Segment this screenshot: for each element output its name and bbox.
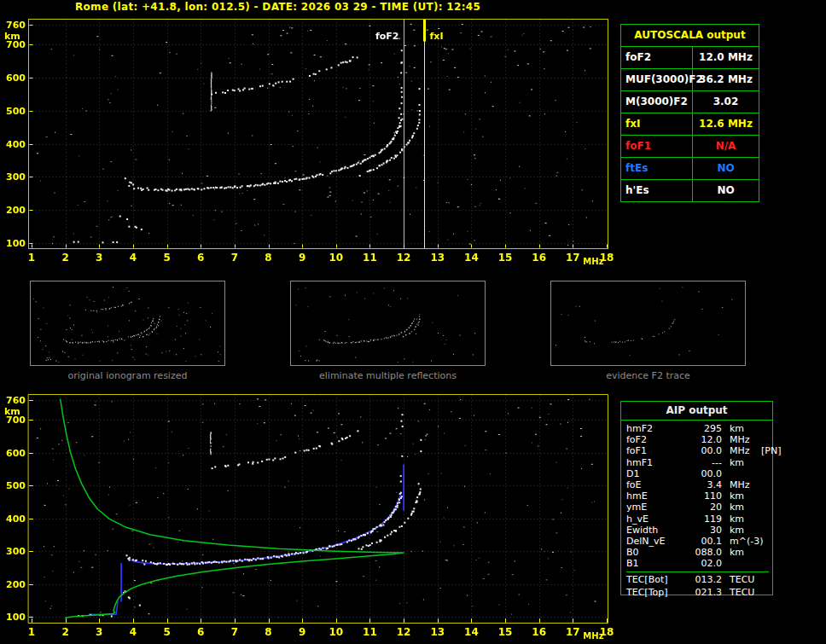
autoscala-row-label: h'Es — [621, 180, 693, 201]
aip-value: 013.2 — [686, 574, 722, 587]
autoscala-row-label: ftEs — [621, 158, 693, 179]
aip-label: foF2 — [626, 434, 686, 445]
thumb-eliminate-caption: eliminate multiple reflections — [290, 370, 486, 381]
aip-row-foF1: foF100.0MHz[PN] — [626, 445, 769, 456]
aip-extra — [761, 457, 769, 468]
autoscala-row-label: foF2 — [621, 47, 693, 68]
thumb-eliminate-reflections — [290, 281, 486, 366]
aip-extra — [761, 479, 769, 490]
thumb-original-ionogram — [30, 281, 225, 366]
aip-extra — [761, 574, 769, 587]
thumb-eliminate-canvas — [291, 281, 485, 365]
aip-row-Ewidth: Ewidth30km — [626, 525, 769, 536]
aip-row-hmF1: hmF1---km — [626, 457, 769, 468]
aip-extra — [761, 547, 769, 558]
aip-row-h_vE: h_vE119km — [626, 513, 769, 525]
aip-table-title: AIP output — [621, 402, 772, 421]
aip-extra — [761, 490, 769, 502]
aip-extra — [761, 502, 769, 513]
autoscala-row-label: M(3000)F2 — [621, 91, 693, 113]
autoscala-row-label: MUF(3000)F2 — [621, 69, 693, 90]
aip-unit: MHz — [722, 434, 761, 445]
aip-row-foE: foE3.4MHz — [626, 479, 769, 490]
aip-value: 00.1 — [686, 536, 722, 547]
aip-value: --- — [686, 457, 722, 468]
aip-value: 3.4 — [686, 479, 722, 490]
aip-label: B0 — [626, 547, 686, 558]
station-title: Rome (lat: +41.8, lon: 012.5) - DATE: 20… — [75, 1, 480, 13]
aip-value: 295 — [686, 423, 722, 434]
aip-value: 110 — [686, 490, 722, 502]
autoscala-row-ftEs: ftEsNO — [621, 158, 759, 180]
aip-extra — [761, 558, 769, 569]
aip-value: 119 — [686, 513, 722, 525]
aip-label: hmF2 — [626, 423, 686, 434]
autoscala-row-label: fxI — [621, 113, 693, 135]
top-ionogram-canvas — [0, 12, 619, 268]
autoscala-row-label: foF1 — [621, 136, 693, 157]
autoscala-row-M(3000)F2: M(3000)F23.02 — [621, 91, 759, 113]
aip-unit: MHz — [722, 445, 761, 456]
thumb-original-canvas — [31, 281, 224, 365]
aip-label: D1 — [626, 468, 686, 479]
aip-extra — [761, 434, 769, 445]
thumb-evidence-f2 — [550, 281, 746, 366]
autoscala-table-rows: foF212.0 MHzMUF(3000)F236.2 MHzM(3000)F2… — [621, 47, 759, 201]
aip-label: hmE — [626, 490, 686, 502]
aip-unit: TECU — [722, 574, 761, 587]
thumb-original-caption: original ionogram resized — [30, 370, 225, 381]
aip-unit: km — [722, 490, 761, 502]
aip-row-ymE: ymE20km — [626, 502, 769, 513]
autoscala-row-foF1: foF1N/A — [621, 136, 759, 158]
aip-extra — [761, 513, 769, 525]
aip-unit: km — [722, 457, 761, 468]
aip-value: 20 — [686, 502, 722, 513]
aip-value: 00.0 — [686, 445, 722, 456]
autoscala-row-value: 36.2 MHz — [693, 69, 759, 90]
aip-unit: TECU — [722, 587, 761, 598]
autoscala-row-value: 3.02 — [693, 91, 759, 113]
aip-row-TEC[Bot]: TEC[Bot]013.2TECU — [626, 571, 769, 587]
aip-value: 021.3 — [686, 587, 722, 598]
aip-unit — [722, 468, 761, 479]
autoscala-table-title: AUTOSCALA output — [621, 25, 759, 47]
aip-label: hmF1 — [626, 457, 686, 468]
aip-row-hmE: hmE110km — [626, 490, 769, 502]
thumb-evidence-caption: evidence F2 trace — [550, 370, 746, 381]
aip-output-table: AIP output hmF2295kmfoF212.0MHzfoF100.0M… — [620, 401, 773, 595]
autoscala-row-value: NO — [693, 180, 759, 201]
aip-label: foE — [626, 479, 686, 490]
autoscala-row-h'Es: h'EsNO — [621, 180, 759, 201]
autoscala-row-MUF(3000)F2: MUF(3000)F236.2 MHz — [621, 69, 759, 91]
aip-row-DelN_vE: DelN_vE00.1m^(-3) — [626, 536, 769, 547]
autoscala-row-fxI: fxI12.6 MHz — [621, 113, 759, 136]
aip-row-TEC[Top]: TEC[Top]021.3TECU — [626, 587, 769, 598]
aip-label: foF1 — [626, 445, 686, 456]
aip-label: DelN_vE — [626, 536, 686, 547]
aip-extra — [761, 587, 769, 598]
aip-extra — [761, 536, 769, 547]
autoscala-screen: Rome (lat: +41.8, lon: 012.5) - DATE: 20… — [0, 0, 826, 644]
aip-value: 00.0 — [686, 468, 722, 479]
aip-value: 02.0 — [686, 558, 722, 569]
aip-unit: km — [722, 423, 761, 434]
aip-extra — [761, 423, 769, 434]
aip-row-B1: B102.0 — [626, 558, 769, 569]
aip-unit: m^(-3) — [722, 536, 761, 547]
aip-row-hmF2: hmF2295km — [626, 423, 769, 434]
aip-extra — [761, 525, 769, 536]
aip-unit: km — [722, 525, 761, 536]
aip-row-foF2: foF212.0MHz — [626, 434, 769, 445]
bottom-ionogram-canvas — [0, 388, 619, 644]
aip-value: 30 — [686, 525, 722, 536]
aip-unit: km — [722, 502, 761, 513]
aip-label: B1 — [626, 558, 686, 569]
aip-extra: [PN] — [761, 445, 782, 456]
aip-label: h_vE — [626, 513, 686, 525]
aip-table-rows: hmF2295kmfoF212.0MHzfoF100.0MHz[PN]hmF1-… — [621, 421, 772, 599]
autoscala-row-value: NO — [693, 158, 759, 179]
aip-unit: km — [722, 547, 761, 558]
aip-unit: MHz — [722, 479, 761, 490]
autoscala-row-value: 12.0 MHz — [693, 47, 759, 68]
aip-unit — [722, 558, 761, 569]
